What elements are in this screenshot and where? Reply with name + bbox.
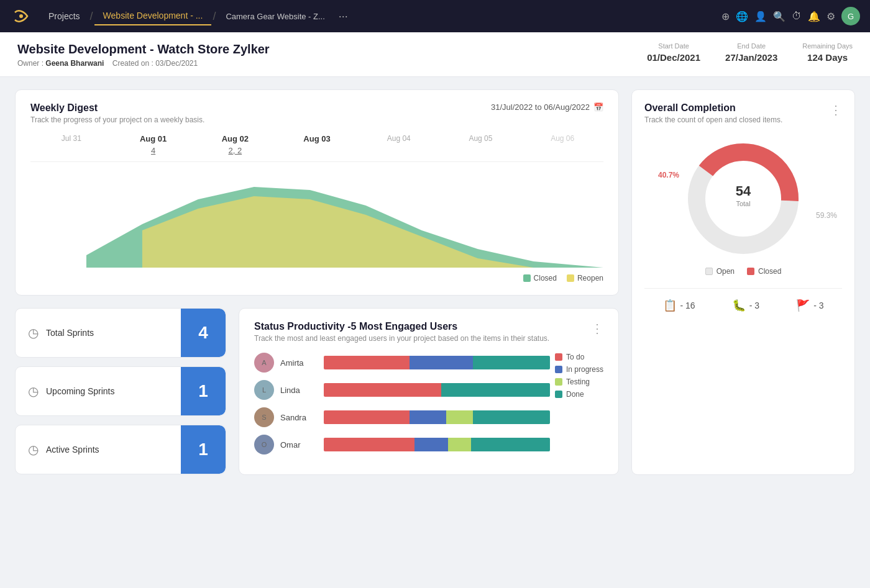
user-row-linda: L Linda xyxy=(254,380,550,400)
sp-legend: To do In progress Testing Done xyxy=(555,353,603,462)
search-icon[interactable]: 🔍 xyxy=(773,11,785,22)
day-col-aug04: Aug 04 xyxy=(358,134,440,155)
digest-header: Weekly Digest Track the progress of your… xyxy=(30,102,603,124)
avatar-linda: L xyxy=(254,380,274,400)
closed-legend-dot xyxy=(747,268,754,275)
sp-bars: A Amirta L Linda xyxy=(254,353,550,462)
donut-chart: 54 Total 40.7% 59.3% xyxy=(644,137,842,261)
project-dates: Start Date 01/Dec/2021 End Date 27/Jan/2… xyxy=(647,42,853,63)
bar-seg-inprogress xyxy=(410,356,473,369)
svg-text:54: 54 xyxy=(736,183,751,199)
bar-seg-done xyxy=(473,410,550,424)
bar-seg-testing xyxy=(446,410,474,424)
user-row-amirta: A Amirta xyxy=(254,353,550,373)
bottom-section: ◷ Total Sprints 4 ◷ Upcoming Sprints 1 ◷… xyxy=(15,308,619,475)
total-sprints-left: ◷ Total Sprints xyxy=(16,309,181,357)
timer-icon[interactable]: ⏱ xyxy=(792,11,802,22)
bar-seg-testing xyxy=(448,438,470,451)
status-productivity-card: Status Productivity -5 Most Engaged User… xyxy=(239,308,619,475)
weekly-digest-card: Weekly Digest Track the progress of your… xyxy=(15,89,619,296)
username-linda: Linda xyxy=(280,386,318,395)
completion-title: Overall Completion xyxy=(644,102,782,114)
topnav: Projects / Website Development - ... / C… xyxy=(0,0,870,32)
stat-tasks: 📋 - 16 xyxy=(663,299,695,312)
active-sprints-value: 1 xyxy=(181,425,226,474)
legend-todo: To do xyxy=(555,353,603,361)
nav-tab-camera[interactable]: Camera Gear Website - Z... xyxy=(217,8,333,25)
bugs-icon: 🐛 xyxy=(732,299,746,312)
bell-icon[interactable]: 🔔 xyxy=(808,11,820,22)
day-col-jul31: Jul 31 xyxy=(30,134,112,155)
nav-projects[interactable]: Projects xyxy=(40,7,89,25)
legend-closed-comp: Closed xyxy=(747,267,781,276)
nav-divider2: / xyxy=(213,10,216,23)
bar-seg-done xyxy=(473,356,550,369)
day-col-aug02: Aug 02 2, 2 xyxy=(194,134,276,155)
stat-bugs: 🐛 - 3 xyxy=(732,299,759,312)
user-icon[interactable]: 👤 xyxy=(754,11,767,22)
upcoming-sprints-value: 1 xyxy=(181,367,226,415)
bar-amirta xyxy=(324,356,550,369)
avatar-omar: O xyxy=(254,435,274,455)
day-col-aug01: Aug 01 4 xyxy=(112,134,195,155)
legend-open: Open xyxy=(705,267,735,276)
globe-icon[interactable]: 🌐 xyxy=(736,11,748,22)
user-avatar[interactable]: G xyxy=(841,7,860,25)
add-icon[interactable]: ⊕ xyxy=(721,11,730,22)
digest-days-row: Jul 31 Aug 01 4 Aug 02 2, 2 Aug 03 Aug 0… xyxy=(30,134,603,162)
bar-seg-todo xyxy=(324,438,414,451)
start-date-block: Start Date 01/Dec/2021 xyxy=(647,42,700,63)
digest-date-range: 31/Jul/2022 to 06/Aug/2022 📅 xyxy=(491,102,603,112)
bar-seg-todo xyxy=(324,410,410,424)
settings-icon[interactable]: ⚙ xyxy=(826,11,835,22)
legend-inprogress: In progress xyxy=(555,365,603,374)
day-col-aug05: Aug 05 xyxy=(440,134,522,155)
project-title-block: Website Development - Watch Store Zylker… xyxy=(17,42,622,68)
bar-seg-todo xyxy=(324,383,441,397)
sp-title: Status Productivity -5 Most Engaged User… xyxy=(254,321,549,332)
avatar-sandra: S xyxy=(254,407,274,427)
open-legend-dot xyxy=(705,268,713,275)
nav-active-project[interactable]: Website Development - ... xyxy=(94,7,212,25)
nav-more-dots[interactable]: ··· xyxy=(334,10,353,23)
sprint-section: ◷ Total Sprints 4 ◷ Upcoming Sprints 1 ◷… xyxy=(15,308,226,475)
sp-subtitle: Track the most and least engaged users i… xyxy=(254,334,549,343)
bar-seg-todo xyxy=(324,356,410,369)
tasks-icon: 📋 xyxy=(663,299,677,312)
sp-menu-dots[interactable]: ⋮ xyxy=(591,321,603,336)
legend-reopen: Reopen xyxy=(567,274,603,283)
completion-legend: Open Closed xyxy=(644,267,842,276)
total-sprints-value: 4 xyxy=(181,309,226,357)
end-date-block: End Date 27/Jan/2023 xyxy=(725,42,777,63)
bar-linda xyxy=(324,383,550,397)
sp-chart-area: A Amirta L Linda xyxy=(254,353,603,462)
user-row-sandra: S Sandra xyxy=(254,407,550,427)
bar-omar xyxy=(324,438,550,451)
username-amirta: Amirta xyxy=(280,358,318,368)
completion-header: Overall Completion Track the count of op… xyxy=(644,102,842,124)
remaining-days-block: Remaining Days 124 Days xyxy=(802,42,853,63)
username-sandra: Sandra xyxy=(280,413,318,422)
digest-chart xyxy=(30,168,603,268)
legend-closed: Closed xyxy=(523,274,557,283)
calendar-icon[interactable]: 📅 xyxy=(593,102,603,112)
day-col-aug06: Aug 06 xyxy=(521,134,603,155)
reopen-dot xyxy=(567,274,574,282)
day-col-aug03: Aug 03 xyxy=(276,134,358,155)
svg-text:Total: Total xyxy=(736,200,750,207)
testing-dot xyxy=(555,378,562,386)
active-sprints-card[interactable]: ◷ Active Sprints 1 xyxy=(15,425,226,474)
upcoming-sprints-card[interactable]: ◷ Upcoming Sprints 1 xyxy=(15,366,226,416)
project-meta: Owner : Geena Bharwani Created on : 03/D… xyxy=(17,59,622,68)
total-sprints-label: Total Sprints xyxy=(46,328,94,338)
completion-menu-dots[interactable]: ⋮ xyxy=(830,102,842,117)
total-sprints-card[interactable]: ◷ Total Sprints 4 xyxy=(15,308,226,358)
upcoming-sprints-label: Upcoming Sprints xyxy=(46,386,115,396)
sp-header: Status Productivity -5 Most Engaged User… xyxy=(254,321,603,343)
app-logo[interactable] xyxy=(10,5,32,27)
completion-stats: 📋 - 16 🐛 - 3 🚩 - 3 xyxy=(644,288,842,312)
bar-sandra xyxy=(324,410,550,424)
inprogress-dot xyxy=(555,366,562,373)
digest-title: Weekly Digest xyxy=(30,102,204,114)
bar-seg-done xyxy=(471,438,550,451)
